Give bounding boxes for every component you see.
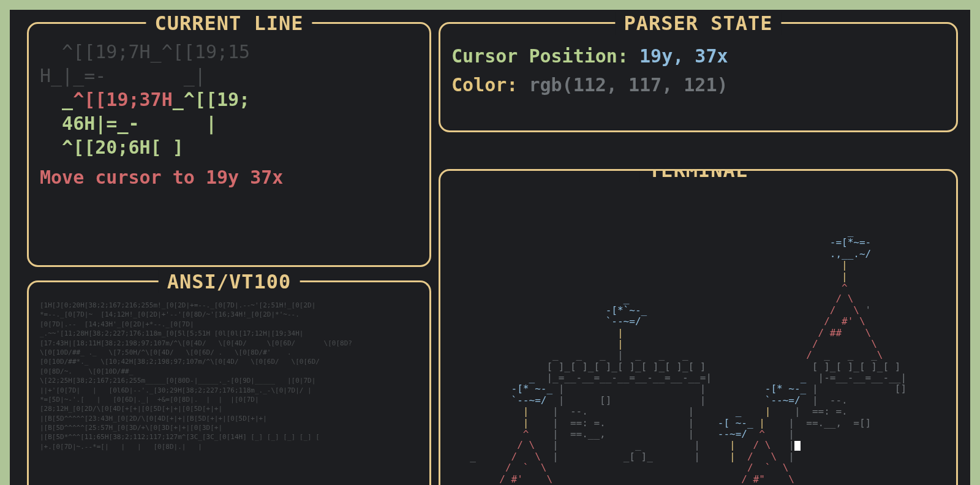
cl-post3: ^[[20;6H[ ] xyxy=(40,137,239,158)
cl-faded-1: ^[[19;7H_^[[19;15 xyxy=(40,41,250,62)
color-value: rgb(112, 117, 121) xyxy=(529,74,728,96)
cl-post1: _^[[19; xyxy=(173,89,250,110)
cursor-value: 19y, 37x xyxy=(639,45,728,67)
terminal-panel: TERMINAL _ -=[*~=- xyxy=(439,169,958,485)
ansi-panel: ANSI/VT100 [1H[J[0;20H[38;2;167;216;255m… xyxy=(27,280,431,485)
cl-escape: ^[[19;37H xyxy=(73,89,173,110)
terminal-cursor xyxy=(794,441,801,451)
ansi-dump: [1H[J[0;20H[38;2;167;216;255m!_[0[2D|+=-… xyxy=(40,301,418,451)
cl-pre: _ xyxy=(40,89,73,110)
parser-cursor-line: Cursor Position: 19y, 37x xyxy=(451,42,945,71)
terminal-output: _ -=[*~=- .,__.~/ xyxy=(440,226,956,485)
color-label: Color: xyxy=(451,74,518,96)
current-line-code: ^[[19;7H_^[[19;15 H_|_=- _| _^[[19;37H_^… xyxy=(40,40,418,159)
current-line-title: CURRENT LINE xyxy=(146,12,312,35)
ansi-title: ANSI/VT100 xyxy=(159,270,300,293)
parser-state-panel: PARSER STATE Cursor Position: 19y, 37x C… xyxy=(439,22,958,132)
terminal-title: TERMINAL xyxy=(640,169,756,182)
cursor-label: Cursor Position: xyxy=(451,45,628,67)
parser-state-title: PARSER STATE xyxy=(615,12,781,35)
cl-faded-2: H_|_=- _| xyxy=(40,65,206,86)
current-line-message: Move cursor to 19y 37x xyxy=(40,167,418,188)
parser-color-line: Color: rgb(112, 117, 121) xyxy=(451,71,945,100)
current-line-panel: CURRENT LINE ^[[19;7H_^[[19;15 H_|_=- _|… xyxy=(27,22,431,267)
cl-post2: 46H|=_- | xyxy=(40,113,239,134)
